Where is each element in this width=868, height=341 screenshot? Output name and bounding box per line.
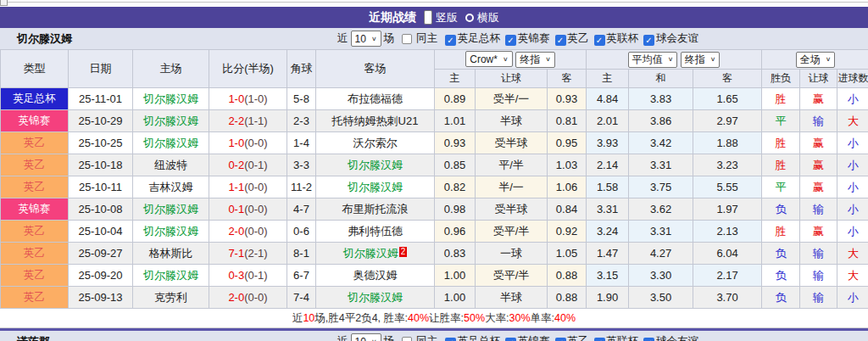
team-name: 切尔滕汉姆 (17, 31, 72, 47)
sub-header-avg-home: 主 (587, 70, 629, 88)
competition-checkbox[interactable] (505, 35, 516, 46)
scope-select[interactable]: 全场∨ (796, 52, 836, 68)
away-team[interactable]: 切尔滕汉姆2 (316, 243, 435, 265)
home-team[interactable]: 切尔滕汉姆 (133, 265, 209, 287)
halftime-score: (0-1) (244, 269, 267, 282)
home-team[interactable]: 吉林汉姆 (133, 176, 209, 198)
summary-segment: 场,胜4平2负4, 胜率: (314, 311, 408, 326)
crow-handicap: 受半/一 (476, 88, 548, 110)
crow-handicap: 一球 (476, 243, 548, 265)
sub-header-avg-away: 客 (693, 70, 762, 88)
halftime-score: (1-1) (244, 115, 267, 127)
competition-checkbox[interactable] (643, 338, 654, 341)
away-team[interactable]: 奥德汉姆 (316, 265, 435, 287)
average-index-value: 终指 (685, 53, 705, 67)
crow-away-odds: 0.81 (548, 110, 587, 132)
match-date: 25-11-01 (69, 88, 133, 110)
layout-vertical-label[interactable]: 竖版 (436, 10, 458, 25)
radio-selected-icon[interactable] (424, 10, 432, 25)
near-label: 近 (337, 334, 348, 341)
table-row: 英锦赛 25-10-29 切尔滕汉姆 2-2(1-1) 2-3 托特纳姆热刺U2… (1, 110, 868, 132)
home-team[interactable]: 切尔滕汉姆 (133, 88, 209, 110)
crow-handicap: 受平/半 (476, 221, 548, 243)
competition-checkbox[interactable] (555, 338, 566, 341)
layout-horizontal-label[interactable]: 横版 (477, 10, 499, 25)
away-team[interactable]: 沃尔索尔 (316, 132, 435, 154)
away-team[interactable]: 切尔滕汉姆 (316, 176, 435, 198)
result-handicap: 输 (800, 287, 837, 309)
layout-horizontal-option[interactable]: 横版 (465, 10, 499, 25)
competition-checkbox[interactable] (555, 35, 566, 46)
competition-checkbox[interactable] (445, 338, 456, 341)
home-team[interactable]: 切尔滕汉姆 (133, 110, 209, 132)
crow-home-odds: 0.98 (435, 198, 476, 221)
away-team[interactable]: 布里斯托流浪 (316, 198, 435, 221)
same-home-checkbox[interactable] (402, 34, 412, 44)
crow-home-odds: 0.96 (435, 221, 476, 243)
competition-checkbox[interactable] (643, 35, 654, 46)
match-date: 25-10-11 (69, 176, 133, 198)
chevron-down-icon: ∨ (545, 56, 551, 63)
same-home-label: 同主 (416, 334, 437, 341)
layout-vertical-option[interactable]: 竖版 (424, 10, 458, 25)
away-team[interactable]: 切尔滕汉姆 (316, 287, 435, 309)
bookmaker-value: Crow* (470, 53, 498, 65)
corner-score: 3-3 (287, 154, 316, 176)
corner-score: 6-7 (287, 265, 316, 287)
home-team[interactable]: 格林斯比 (133, 243, 209, 265)
crow-away-odds: 0.93 (548, 88, 587, 110)
competition-checkbox[interactable] (594, 338, 605, 341)
avg-draw-odds: 3.31 (629, 154, 693, 176)
average-index-select[interactable]: 终指∨ (681, 52, 721, 68)
score-cell: 2-0(0-0) (209, 221, 287, 243)
result-wdl: 平 (762, 110, 800, 132)
score-cell: 7-1(2-1) (209, 243, 287, 265)
page-title: 近期战绩 (369, 10, 416, 25)
halftime-score: (0-0) (244, 203, 267, 215)
avg-draw-odds: 3.83 (629, 88, 693, 110)
home-team[interactable]: 切尔滕汉姆 (133, 132, 209, 154)
away-team[interactable]: 弗利特伍德 (316, 221, 435, 243)
away-team-name: 沃尔索尔 (353, 137, 398, 149)
result-goals: 小 (837, 221, 868, 243)
home-team[interactable]: 克劳利 (133, 287, 209, 309)
bookmaker-select[interactable]: Crow*∨ (465, 51, 512, 67)
competition-checkbox[interactable] (594, 35, 605, 46)
away-team[interactable]: 布拉德福德 (316, 88, 435, 110)
avg-home-odds: 3.93 (587, 132, 629, 154)
next-same-home-checkbox[interactable] (402, 337, 412, 341)
avg-away-odds: 3.23 (693, 154, 762, 176)
competition-badge: 英锦赛 (1, 110, 69, 132)
away-team[interactable]: 托特纳姆热刺U21 (316, 110, 435, 132)
match-count-select[interactable]: 10 ∨ (351, 31, 381, 47)
avg-home-odds: 3.31 (587, 198, 629, 221)
match-count-value: 10 (355, 33, 366, 45)
corner-score: 2-3 (287, 110, 316, 132)
away-team-name: 布里斯托流浪 (342, 203, 409, 215)
home-team[interactable]: 切尔滕汉姆 (133, 221, 209, 243)
competition-badge: 英乙 (1, 243, 69, 265)
competition-label: 英乙 (568, 335, 589, 341)
competition-checkbox[interactable] (445, 35, 456, 46)
competition-label: 球会友谊 (656, 32, 698, 44)
home-team[interactable]: 纽波特 (133, 154, 209, 176)
result-handicap: 输 (800, 110, 837, 132)
fulltime-score: 1-0 (228, 92, 244, 105)
halftime-score: (0-0) (244, 137, 267, 149)
corner-score: 8-1 (287, 243, 316, 265)
avg-draw-odds: 3.86 (629, 110, 693, 132)
match-date: 25-10-25 (69, 132, 133, 154)
average-select[interactable]: 平均值∨ (628, 52, 678, 68)
chevron-down-icon: ∨ (826, 56, 832, 63)
result-wdl: 负 (762, 265, 800, 287)
radio-unselected-icon[interactable] (465, 14, 474, 22)
chevron-down-icon: ∨ (710, 56, 716, 63)
summary-segment: 近 (292, 311, 303, 326)
competition-checkbox[interactable] (505, 338, 516, 341)
result-wdl: 胜 (762, 221, 800, 243)
bookmaker-index-select[interactable]: 终指∨ (515, 52, 555, 68)
result-wdl: 胜 (762, 88, 800, 110)
next-match-count-select[interactable]: 10 ∨ (351, 333, 381, 341)
away-team[interactable]: 切尔滕汉姆 (316, 154, 435, 176)
home-team[interactable]: 切尔滕汉姆 (133, 198, 209, 221)
